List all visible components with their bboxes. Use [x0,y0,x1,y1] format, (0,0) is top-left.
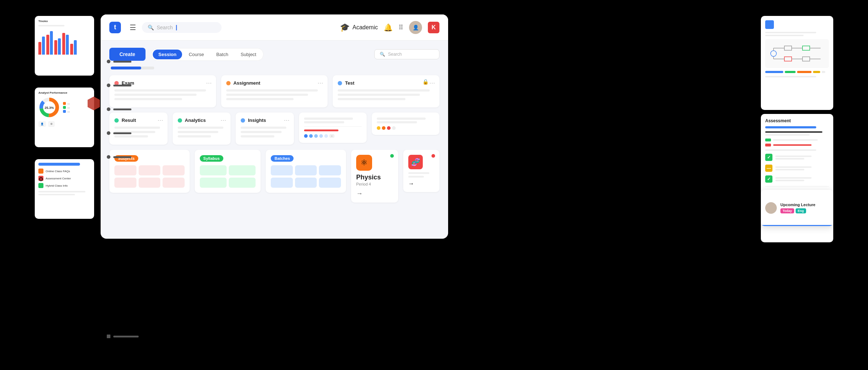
sidebar-line-2 [113,85,131,86]
dot-1 [304,134,308,138]
analytics-line-3 [178,135,211,137]
content-area: Create Session Course Batch Subject 🔍 Se… [101,41,448,239]
bar-group-1 [38,37,45,55]
bell-icon[interactable]: 🔔 [384,23,393,32]
physics-arrow: → [356,190,393,197]
batches-cell-2 [295,165,317,175]
legend-orange-dot [63,102,66,105]
test-line-3 [338,98,405,100]
settings-icon-2: ⚙ [50,123,52,126]
grid-icon[interactable]: ⠿ [399,24,403,31]
search-bar[interactable]: 🔍 Search | [142,22,222,33]
bar-chart [38,29,90,55]
red-hexagon [86,96,101,111]
user-avatar[interactable]: 👤 [409,21,422,34]
batches-tag: Batches [271,155,294,162]
science-line-1 [408,172,429,174]
sidebar-dot-1 [107,60,110,63]
assignment-line-1 [226,89,318,92]
subject-cell-2 [139,165,161,175]
insights-card[interactable]: Insights ⋯ [236,112,294,145]
list-progress [38,163,80,166]
assessment-panel-title: Assessment [765,118,829,123]
bar-group-3 [54,38,61,55]
tab-batch[interactable]: Batch [210,50,234,59]
donut-bottom: 👤 ⚙ [38,121,90,127]
bar-r5 [70,44,73,55]
create-button[interactable]: Create [109,48,146,61]
checklist-item-3: ✓ [765,175,829,183]
upcoming-tags: Today Eng [780,208,829,213]
sidebar-dot-4 [107,131,110,135]
content-search[interactable]: 🔍 Search [374,49,439,59]
tag-eng: Eng [796,208,806,213]
syllabus-card[interactable]: Syllabus [195,150,261,193]
insights-menu[interactable]: ⋯ [284,117,290,124]
assessment-dark-line [765,131,822,133]
subject-cell-6 [163,178,185,188]
assignment-menu[interactable]: ⋯ [317,80,323,86]
sidebar-line-3 [113,109,131,110]
circuit-diagram [765,39,829,68]
assessment-progress [765,126,816,128]
list-line-2 [38,194,75,195]
batches-card[interactable]: Batches [266,150,346,193]
test-menu[interactable]: ⋯ [429,80,435,86]
bar-b5 [74,40,77,55]
physics-icon: ⚛ [356,155,372,171]
exam-menu[interactable]: ⋯ [206,80,212,86]
tab-session[interactable]: Session [153,50,182,59]
syllabus-tag: Syllabus [200,155,223,162]
subject-cell-5 [139,178,161,188]
science-lines [408,172,434,178]
test-card[interactable]: Test ⋯ 🔒 [333,75,439,107]
assignment-card-header: Assignment [226,80,323,86]
test-dot [338,81,342,85]
checklist-divider [765,186,829,187]
app-header: t ☰ 🔍 Search | 🎓 Academic 🔔 ⠿ 👤 K [101,14,448,41]
assessment-lines [765,131,829,136]
bar-r3 [54,40,57,55]
extra2-dots [377,126,434,130]
analytics-line-2 [178,131,219,133]
list-item-3: Hybrid Class Info [38,183,90,188]
analytics-menu[interactable]: ⋯ [220,117,226,124]
subject-cell-3 [163,165,185,175]
assessment-row-1 [765,139,829,141]
science-icon: 🧬 [408,155,423,169]
syllabus-cell-2 [229,165,256,175]
batches-cell-3 [319,165,341,175]
legend-orange: — [63,102,70,105]
result-menu[interactable]: ⋯ [157,117,163,124]
science-arrow: → [408,180,434,187]
donut-btn-1[interactable]: 👤 [38,121,46,127]
assignment-dot [226,81,231,85]
syllabus-cell-4 [229,178,256,188]
dot-plus: + [329,134,334,138]
bar-r4 [62,33,65,55]
bar-b3 [58,38,61,55]
color-bar-blue [765,71,783,73]
assignment-card[interactable]: Assignment ⋯ [221,75,328,107]
graduation-cap-icon: 🎓 [340,23,350,32]
assignment-line-2 [226,94,308,96]
extra-card-1: + [299,112,367,143]
tab-subject[interactable]: Subject [235,50,262,59]
extra2-dot-2 [382,126,385,130]
checklist-item-2: — [765,165,829,172]
check-line-3b [775,180,804,181]
extra2-dot-4 [392,126,396,130]
sidebar-dot-5 [107,155,110,159]
physics-card[interactable]: ⚛ Physics Period 4 → [351,150,398,203]
donut-btn-2[interactable]: ⚙ [48,121,55,127]
bar-group-5 [70,40,77,55]
legend-blue: — [63,110,70,113]
hamburger-menu[interactable]: ☰ [130,23,136,32]
analytics-card[interactable]: Analytics ⋯ [173,112,231,145]
sidebar-item-3 [107,107,131,111]
dot-5 [324,134,328,138]
science-card[interactable]: 🧬 → [403,150,439,192]
donut-legend: — — — [63,102,70,113]
tab-course[interactable]: Course [183,50,210,59]
bar-group-2 [46,31,53,55]
